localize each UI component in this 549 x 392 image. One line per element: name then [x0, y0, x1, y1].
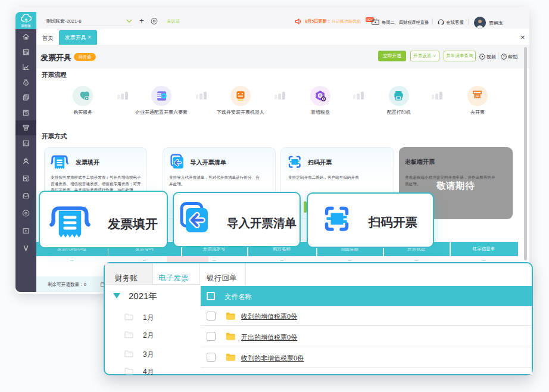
svg-text:?: ?	[503, 55, 505, 58]
